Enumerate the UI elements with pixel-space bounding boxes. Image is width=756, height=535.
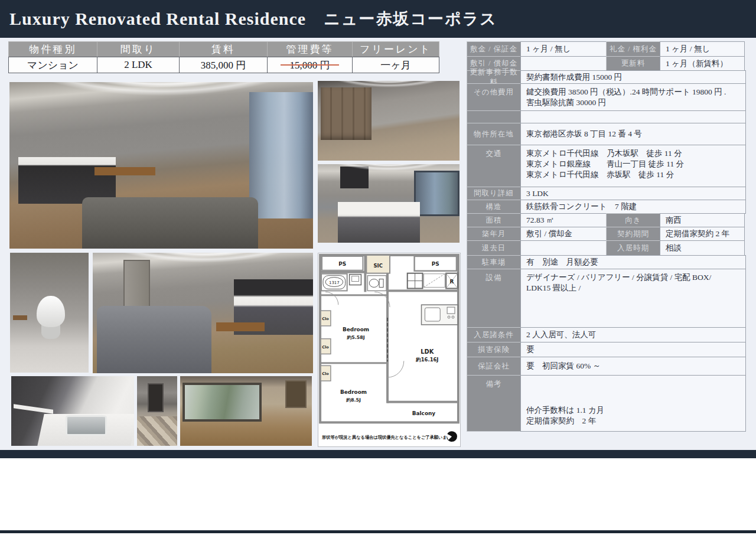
detail-label: 入居諸条件 bbox=[467, 327, 521, 342]
sofa-shape bbox=[97, 306, 211, 373]
footer-bar bbox=[0, 450, 756, 458]
summary-value-fee: 15,000 円 bbox=[267, 57, 353, 73]
closet-shape bbox=[285, 380, 307, 408]
detail-row-parking: 駐車場 有 別途 月額必要 bbox=[467, 255, 747, 269]
ldk-size: 約16.16J bbox=[415, 357, 438, 363]
bedroom2-name: Bedroom bbox=[340, 389, 367, 395]
summary-table: 物件種別 間取り 賃料 管理費等 フリーレント マンション 2 LDK 385,… bbox=[8, 41, 442, 73]
detail-row-built: 築年月 敷引 / 償却金 契約期間 定期借家契約 2 年 bbox=[467, 227, 747, 241]
closet-label-1: Clo bbox=[322, 317, 329, 321]
floorplan-note: 形状等が現況と異なる場合は現状優先となることをご了承願います。 bbox=[321, 435, 455, 440]
detail-value-line: 東京メトロ千代田線 赤坂駅 徒歩 11 分 bbox=[526, 169, 674, 180]
fridge-label: R bbox=[450, 279, 454, 285]
detail-value: 有 別途 月額必要 bbox=[520, 255, 746, 269]
summary-header-freerent: フリーレント bbox=[352, 41, 439, 57]
summary-value-rent: 385,000 円 bbox=[179, 57, 268, 73]
detail-row-address: 物件所在地 東京都港区赤坂 8 丁目 12 番 4 号 bbox=[467, 123, 747, 145]
detail-row-moveout: 退去日 入居時期 相談 bbox=[467, 240, 747, 256]
detail-label: 交通 bbox=[467, 145, 521, 187]
detail-label: その他費用 bbox=[467, 83, 521, 111]
detail-value-line: 定期借家契約 2 年 bbox=[526, 416, 596, 426]
detail-value: 仲介手数料は 1.1 カ月 定期借家契約 2 年 bbox=[520, 375, 746, 432]
ps-label-left: PS bbox=[338, 261, 346, 267]
detail-value bbox=[520, 56, 607, 71]
detail-label: 備考 bbox=[467, 375, 521, 432]
detail-row-deposit: 敷金 / 保証金 1 ヶ月 / 無し 礼金 / 権利金 1 ヶ月 / 無し bbox=[467, 41, 747, 57]
detail-label: 築年月 bbox=[467, 227, 521, 241]
detail-value: 鍵交換費用 38500 円（税込）.24 時間サポート 19800 円 . 害虫… bbox=[520, 83, 746, 111]
dining-table-shape bbox=[216, 322, 265, 331]
detail-label bbox=[467, 110, 521, 123]
bottom-rule bbox=[0, 530, 756, 533]
range-hood-shape bbox=[340, 167, 369, 188]
photo-room-large-window bbox=[180, 376, 312, 446]
bedroom1-size: 約5.58J bbox=[347, 335, 364, 340]
closet-label-3: Clo bbox=[322, 371, 329, 376]
detail-value: 南西 bbox=[660, 213, 745, 227]
detail-label: 面積 bbox=[467, 213, 521, 227]
detail-value-line: 東京メトロ千代田線 乃木坂駅 徒歩 11 分 bbox=[526, 148, 682, 159]
photo-entrance-hall bbox=[137, 376, 177, 446]
detail-label: 物件所在地 bbox=[467, 123, 521, 145]
detail-label: 契約期間 bbox=[606, 227, 660, 241]
photo-bedroom-empty bbox=[318, 81, 460, 161]
detail-value: 鉄筋鉄骨コンクリート 7 階建 bbox=[520, 200, 746, 214]
photo-toilet bbox=[10, 253, 89, 373]
detail-row-layout-detail: 間取り詳細 3 LDK bbox=[467, 187, 747, 200]
detail-value: 1 ヶ月 / 無し bbox=[520, 41, 607, 57]
balcony-label: Balcony bbox=[412, 410, 436, 416]
window-shape bbox=[249, 92, 313, 218]
detail-label: 入居時期 bbox=[606, 240, 660, 256]
detail-value: 要 bbox=[520, 342, 746, 357]
sliding-doors-shape bbox=[321, 87, 372, 140]
photo-kitchen-counter bbox=[318, 164, 460, 243]
detail-label: 向き bbox=[606, 213, 660, 227]
detail-value: 相談 bbox=[660, 240, 745, 256]
page-title-ja: ニュー赤坂コーポラス bbox=[324, 8, 497, 30]
detail-row-conditions: 入居諸条件 2 人入居可、法人可 bbox=[467, 327, 747, 342]
bedroom2-size: 約8.5J bbox=[346, 397, 361, 403]
detail-value bbox=[520, 110, 746, 123]
detail-row-equipment: 設備 デザイナーズ / バリアフリー / 分譲賃貸 / 宅配 BOX/ LDK1… bbox=[467, 269, 747, 328]
summary-value-type: マンション bbox=[8, 57, 97, 73]
detail-value-line: LDK15 畳以上 / bbox=[526, 283, 581, 293]
property-flyer-page: Luxury Renovated Rental Residence ニュー赤坂コ… bbox=[0, 0, 756, 535]
detail-row-structure: 構造 鉄筋鉄骨コンクリート 7 階建 bbox=[467, 200, 747, 214]
detail-row-area: 面積 72.83 ㎡ 向き 南西 bbox=[467, 213, 747, 227]
floorplan-drawing: PS 1317 SIC PS bbox=[318, 253, 460, 446]
detail-row-insurance: 損害保険 要 bbox=[467, 342, 747, 357]
detail-value-line: 東京メトロ銀座線 青山一丁目 徒歩 11 分 bbox=[526, 159, 684, 169]
stone-floor-shape bbox=[137, 416, 177, 446]
detail-row-remarks: 備考 仲介手数料は 1.1 カ月 定期借家契約 2 年 bbox=[467, 375, 747, 432]
summary-header-row: 物件種別 間取り 賃料 管理費等 フリーレント bbox=[8, 41, 442, 57]
detail-label: 損害保険 bbox=[467, 342, 521, 357]
detail-label: 設備 bbox=[467, 269, 521, 328]
detail-label: 間取り詳細 bbox=[467, 187, 521, 200]
photo-kitchen-sink bbox=[11, 376, 134, 446]
detail-row-transport: 交通 東京メトロ千代田線 乃木坂駅 徒歩 11 分 東京メトロ銀座線 青山一丁目… bbox=[467, 145, 747, 187]
detail-value: 1 ヶ月（新賃料） bbox=[660, 56, 745, 71]
photo-living-dining-kitchen bbox=[9, 82, 313, 249]
summary-value-row: マンション 2 LDK 385,000 円 15,000 円 一ヶ月 bbox=[8, 57, 442, 73]
doorway-shape bbox=[148, 383, 164, 413]
detail-label: 構造 bbox=[467, 200, 521, 214]
detail-label: 退去日 bbox=[467, 240, 521, 256]
detail-value bbox=[520, 240, 607, 256]
bath-size-label: 1317 bbox=[329, 280, 340, 285]
sofa-shape bbox=[82, 197, 258, 249]
sic-label: SIC bbox=[373, 263, 382, 269]
detail-label: 敷金 / 保証金 bbox=[467, 41, 521, 57]
closet-label-2: Clo bbox=[322, 345, 329, 350]
details-table: 敷金 / 保証金 1 ヶ月 / 無し 礼金 / 権利金 1 ヶ月 / 無し 敷引… bbox=[467, 41, 747, 432]
floorplan-card: PS 1317 SIC PS bbox=[318, 253, 461, 447]
detail-value: 東京メトロ千代田線 乃木坂駅 徒歩 11 分 東京メトロ銀座線 青山一丁目 徒歩… bbox=[520, 145, 746, 187]
detail-row-blank bbox=[467, 110, 747, 123]
summary-value-layout: 2 LDK bbox=[97, 57, 180, 73]
detail-value: 東京都港区赤坂 8 丁目 12 番 4 号 bbox=[520, 123, 746, 145]
bottom-margin bbox=[0, 458, 756, 535]
detail-value: 定期借家契約 2 年 bbox=[660, 227, 745, 241]
window-shape bbox=[183, 383, 262, 422]
summary-value-freerent: 一ヶ月 bbox=[352, 57, 439, 73]
summary-header-type: 物件種別 bbox=[8, 41, 97, 57]
dining-table-shape bbox=[94, 167, 155, 175]
